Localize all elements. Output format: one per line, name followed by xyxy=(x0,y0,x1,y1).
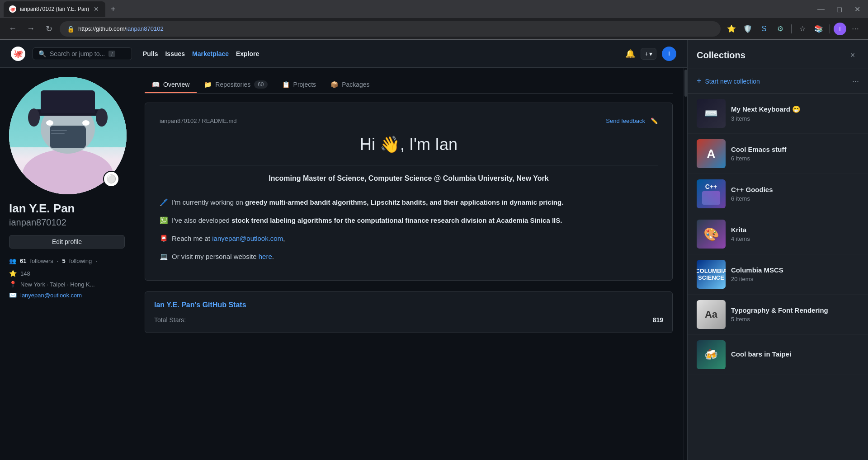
user-avatar-nav[interactable]: I xyxy=(662,47,676,61)
website-link[interactable]: here xyxy=(259,253,272,260)
scroll-thumb[interactable] xyxy=(684,70,687,97)
stats-card: Ian Y.E. Pan's GitHub Stats Total Stars:… xyxy=(145,291,673,333)
email-link[interactable]: ianyepan@outlook.com xyxy=(212,235,283,242)
collection-count-emacs: 6 items xyxy=(731,155,859,162)
tab-close-button[interactable]: ✕ xyxy=(93,5,100,14)
back-button[interactable]: ← xyxy=(5,22,20,36)
bullet-mail-icon: 📮 xyxy=(160,233,168,244)
packages-icon: 📦 xyxy=(330,81,338,88)
collections-header: Collections × xyxy=(688,40,868,69)
create-new-button[interactable]: + ▾ xyxy=(641,48,656,60)
readme-feedback-link[interactable]: Send feedback xyxy=(606,117,645,124)
notifications-bell-icon[interactable]: 🔔 xyxy=(625,49,635,59)
bullet-laptop-icon: 💻 xyxy=(160,251,168,262)
collections-close-button[interactable]: × xyxy=(846,49,859,61)
collections-more-button[interactable]: ··· xyxy=(852,76,859,86)
extension-icon-1[interactable]: 🛡️ xyxy=(741,22,755,36)
collections-icon[interactable]: 📚 xyxy=(811,22,826,36)
collection-name-cpp: C++ Goodies xyxy=(731,186,859,193)
address-bar: ← → ↻ 🔒 https://github.com/ianpan870102 … xyxy=(0,18,868,40)
nav-link-explore[interactable]: Explore xyxy=(236,50,259,57)
active-tab[interactable]: 🐙 ianpan870102 (Ian Y.E. Pan) ✕ xyxy=(4,1,105,17)
collection-info-emacs: Cool Emacs stuff 6 items xyxy=(731,146,859,162)
profile-stats: 👥 61 followers · 5 following · xyxy=(9,258,125,264)
maximize-button[interactable]: ◻ xyxy=(832,2,846,16)
collections-panel: Collections × + Start new collection ···… xyxy=(687,40,868,460)
address-url: https://github.com/ianpan870102 xyxy=(78,25,164,32)
star-icon: ⭐ xyxy=(9,270,17,277)
email-text[interactable]: ianyepan@outlook.com xyxy=(20,292,82,299)
collection-name-coolbars: Cool bars in Taipei xyxy=(731,350,859,358)
collection-item-cpp[interactable]: C++ C++ Goodies 6 items xyxy=(688,174,868,214)
github-search-input[interactable]: 🔍 Search or jump to... / xyxy=(33,47,132,60)
following-label: following xyxy=(69,258,92,264)
collection-thumb-coolbars: 🍻 xyxy=(697,340,726,369)
readme-breadcrumb: ianpan870102 / README.md xyxy=(160,117,237,124)
tab-bar: 🐙 ianpan870102 (Ian Y.E. Pan) ✕ + — ◻ ✕ xyxy=(0,0,868,18)
tab-repositories[interactable]: 📁 Repositories 60 xyxy=(197,77,274,93)
following-count[interactable]: 5 xyxy=(62,258,65,264)
start-new-collection-button[interactable]: + Start new collection xyxy=(697,76,760,86)
collection-item-coolbars[interactable]: 🍻 Cool bars in Taipei xyxy=(688,335,868,375)
collection-count-typography: 5 items xyxy=(731,316,859,323)
collection-thumb-keyboard: ⌨️ xyxy=(697,99,726,128)
readme-title: Hi 👋, I'm Ian xyxy=(160,135,658,154)
followers-count[interactable]: 61 xyxy=(20,258,26,264)
collection-item-krita[interactable]: 🎨 Krita 4 items xyxy=(688,214,868,254)
reload-button[interactable]: ↻ xyxy=(42,22,56,36)
location-row: 📍 New York · Taipei · Hong K... xyxy=(9,281,125,288)
collection-count-keyboard: 3 items xyxy=(731,115,859,122)
followers-icon: 👥 xyxy=(9,258,16,264)
browser-menu-button[interactable]: ⋯ xyxy=(848,22,863,36)
search-kbd: / xyxy=(108,51,115,57)
tab-packages[interactable]: 📦 Packages xyxy=(323,77,377,93)
forward-button[interactable]: → xyxy=(24,22,38,36)
browser-chrome: 🐙 ianpan870102 (Ian Y.E. Pan) ✕ + — ◻ ✕ … xyxy=(0,0,868,40)
new-tab-button[interactable]: + xyxy=(107,3,119,16)
collection-thumb-krita: 🎨 xyxy=(697,220,726,249)
edit-readme-icon[interactable]: ✏️ xyxy=(651,117,658,124)
collection-item-columbia[interactable]: COLUMBIA SCIENCE Columbia MSCS 20 items xyxy=(688,254,868,295)
separator: · xyxy=(57,258,59,264)
avatar-status-badge: ⚪ xyxy=(103,171,119,187)
github-logo: 🐙 xyxy=(11,47,25,61)
nav-link-marketplace[interactable]: Marketplace xyxy=(192,50,229,57)
bookmark-star-icon[interactable]: ⭐ xyxy=(724,22,739,36)
profile-tabs: 📖 Overview 📁 Repositories 60 📋 Projects … xyxy=(145,77,673,94)
collection-item-keyboard[interactable]: ⌨️ My Next Keyboard 😁 3 items xyxy=(688,94,868,134)
collection-info-coolbars: Cool bars in Taipei xyxy=(731,350,859,360)
collection-name-emacs: Cool Emacs stuff xyxy=(731,146,859,153)
github-nav-links: Pulls Issues Marketplace Explore xyxy=(143,50,259,57)
close-window-button[interactable]: ✕ xyxy=(850,2,864,16)
nav-link-issues[interactable]: Issues xyxy=(165,50,185,57)
collection-item-typography[interactable]: Aa Typography & Font Rendering 5 items xyxy=(688,295,868,335)
new-collection-row: + Start new collection ··· xyxy=(688,69,868,94)
browser-profile-avatar[interactable]: I xyxy=(834,23,846,35)
new-collection-label: Start new collection xyxy=(705,78,760,85)
collection-item-emacs[interactable]: A Cool Emacs stuff 6 items xyxy=(688,134,868,174)
address-input[interactable]: 🔒 https://github.com/ianpan870102 xyxy=(60,21,721,37)
collection-info-cpp: C++ Goodies 6 items xyxy=(731,186,859,202)
tab-overview[interactable]: 📖 Overview xyxy=(145,77,197,93)
separator2: · xyxy=(95,258,97,264)
repositories-icon: 📁 xyxy=(204,81,212,88)
stats-row: Total Stars: 819 xyxy=(154,316,663,324)
edit-profile-button[interactable]: Edit profile xyxy=(9,235,125,249)
github-page: 🐙 🔍 Search or jump to... / Pulls Issues … xyxy=(0,40,687,460)
collection-thumb-typography: Aa xyxy=(697,300,726,329)
toolbar-separator-2 xyxy=(830,24,830,33)
extension-icon-3[interactable]: ⚙ xyxy=(773,22,788,36)
collection-name-typography: Typography & Font Rendering xyxy=(731,306,859,314)
plus-icon: + xyxy=(645,50,648,57)
nav-link-pulls[interactable]: Pulls xyxy=(143,50,158,57)
readme-subtitle: Incoming Master of Science, Computer Sci… xyxy=(160,174,658,183)
minimize-button[interactable]: — xyxy=(814,2,828,16)
extension-icon-2[interactable]: S xyxy=(757,22,771,36)
readme-header: ianpan870102 / README.md Send feedback ✏… xyxy=(160,117,658,124)
favorites-icon[interactable]: ☆ xyxy=(795,22,810,36)
tab-projects[interactable]: 📋 Projects xyxy=(275,77,324,93)
toolbar-icons: ⭐ 🛡️ S ⚙ ☆ 📚 I ⋯ xyxy=(724,22,863,36)
overview-book-icon: 📖 xyxy=(152,81,160,88)
collection-name-keyboard: My Next Keyboard 😁 xyxy=(731,105,859,113)
readme-bullet-4: 💻 Or visit my personal website here. xyxy=(160,248,658,266)
